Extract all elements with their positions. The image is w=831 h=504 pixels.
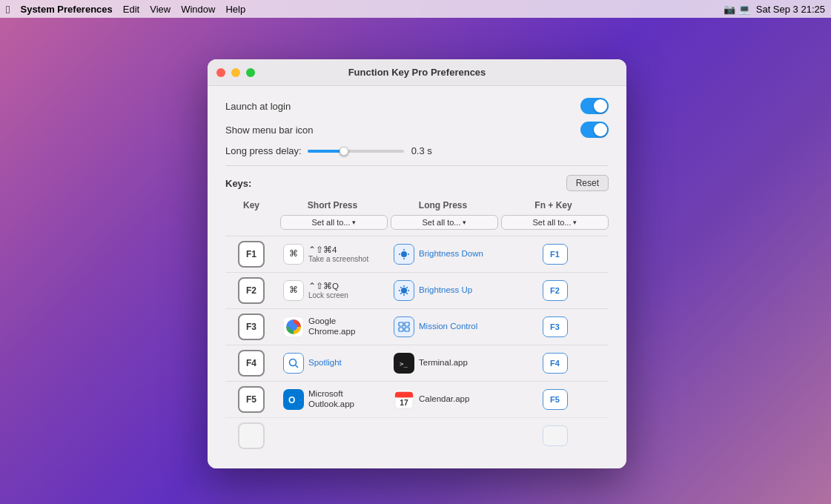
f4-short-action[interactable]: Spotlight (280, 353, 388, 374)
svg-text:O: O (288, 395, 295, 405)
maximize-button[interactable] (246, 68, 255, 77)
table-row: F1 ⌘ ⌃⇧⌘4 Take a screenshot Brightness (225, 236, 609, 272)
fn-f3-badge: F3 (543, 316, 568, 337)
chevron-down-icon: ▾ (573, 219, 577, 226)
set-all-fn-button[interactable]: Set all to... ▾ (501, 215, 609, 230)
svg-line-11 (406, 293, 407, 294)
key-f4-badge: F4 (238, 350, 265, 377)
fn-f1-badge: F1 (543, 244, 568, 265)
set-all-short-button[interactable]: Set all to... ▾ (280, 215, 388, 230)
f2-short-action[interactable]: ⌘ ⌃⇧⌘Q Lock screen (280, 280, 388, 301)
scroll-fade (208, 454, 626, 468)
menu-edit[interactable]: Edit (123, 4, 139, 15)
terminal-icon: >_ (394, 353, 414, 374)
svg-rect-14 (399, 322, 403, 326)
fn-f4-badge: F4 (543, 353, 568, 374)
keys-label: Keys: (225, 178, 251, 189)
set-all-long-label: Set all to... (423, 218, 461, 227)
keys-table: Key Short Press Long Press Fn + Key Set … (225, 200, 609, 454)
chevron-down-icon: ▾ (463, 219, 466, 226)
menu-view[interactable]: View (150, 4, 170, 15)
brightness-down-icon (394, 244, 414, 265)
svg-rect-25 (395, 395, 413, 397)
menubar-left:  System Preferences Edit View Window He… (6, 3, 245, 16)
key-f5-badge: F5 (238, 386, 265, 413)
svg-rect-15 (405, 322, 409, 326)
f4-long-action[interactable]: >_ Terminal.app (391, 353, 498, 374)
window-title: Function Key Pro Preferences (348, 67, 486, 78)
svg-point-18 (290, 359, 297, 366)
key-f2-badge: F2 (238, 277, 265, 304)
key-partial-badge (238, 422, 265, 449)
f2-short-label: ⌃⇧⌘Q (308, 282, 348, 292)
f3-long-label: Mission Control (419, 322, 477, 332)
f3-short-label: Google Chrome.app (308, 316, 385, 337)
f5-short-label: Microsoft Outlook.app (308, 389, 385, 410)
reset-button[interactable]: Reset (566, 175, 609, 191)
launch-at-login-label: Launch at login (225, 101, 291, 112)
table-row: F2 ⌘ ⌃⇧⌘Q Lock screen Brightness Up (225, 272, 609, 308)
menubar-right: 📷 💻 Sat Sep 3 21:25 (724, 4, 825, 15)
slider-thumb[interactable] (340, 147, 348, 156)
set-all-long-button[interactable]: Set all to... ▾ (391, 215, 498, 230)
long-press-delay-row: Long press delay: 0.3 s (225, 145, 609, 156)
menu-help[interactable]: Help (225, 4, 245, 15)
show-menu-bar-toggle[interactable] (580, 122, 609, 138)
svg-point-5 (401, 288, 407, 294)
f1-short-action[interactable]: ⌘ ⌃⇧⌘4 Take a screenshot (280, 244, 388, 265)
fn-partial-badge (543, 425, 568, 446)
fn-f5-badge: F5 (543, 389, 568, 410)
set-all-short-label: Set all to... (312, 218, 351, 227)
f5-short-action[interactable]: O Microsoft Outlook.app (280, 389, 388, 410)
f5-long-action[interactable]: 17 Calendar.app (391, 389, 498, 410)
launch-at-login-toggle[interactable] (580, 98, 609, 114)
show-menu-bar-label: Show menu bar icon (225, 125, 314, 136)
svg-rect-16 (399, 328, 403, 331)
app-name[interactable]: System Preferences (20, 4, 112, 15)
close-button[interactable] (216, 68, 225, 77)
table-row-partial (225, 417, 609, 454)
f4-long-label: Terminal.app (419, 358, 468, 368)
menubar-datetime: Sat Sep 3 21:25 (756, 4, 825, 15)
svg-line-12 (406, 287, 407, 288)
table-header: Key Short Press Long Press Fn + Key (225, 200, 609, 215)
apple-logo-icon[interactable]:  (6, 3, 10, 16)
col-header-long: Long Press (388, 200, 498, 210)
window-controls (216, 68, 255, 77)
calendar-icon: 17 (394, 389, 414, 410)
slider-fill (308, 150, 342, 153)
outlook-icon: O (283, 389, 304, 410)
f3-short-action[interactable]: Google Chrome.app (280, 316, 388, 337)
delay-slider[interactable] (308, 150, 404, 153)
col-header-key: Key (225, 200, 277, 210)
f4-short-label: Spotlight (308, 358, 342, 368)
set-all-row: Set all to... ▾ Set all to... ▾ Set all … (225, 215, 609, 230)
f2-long-action[interactable]: Brightness Up (391, 280, 498, 301)
minimize-button[interactable] (231, 68, 240, 77)
menubar:  System Preferences Edit View Window He… (0, 0, 831, 18)
f2-long-label: Brightness Up (419, 285, 472, 296)
svg-point-0 (401, 251, 407, 257)
window-content: Launch at login Show menu bar icon Long … (208, 86, 626, 454)
f1-long-label: Brightness Down (419, 249, 483, 259)
titlebar: Function Key Pro Preferences (208, 59, 626, 86)
f5-long-label: Calendar.app (419, 394, 469, 405)
table-row: F4 Spotlight >_ (225, 345, 609, 381)
keys-header: Keys: Reset (225, 175, 609, 191)
divider (225, 165, 609, 166)
svg-rect-17 (405, 328, 409, 331)
cmd-icon: ⌘ (283, 280, 304, 301)
brightness-up-icon (394, 280, 414, 301)
col-header-short: Short Press (277, 200, 388, 210)
preferences-window: Function Key Pro Preferences Launch at l… (208, 59, 626, 468)
menu-window[interactable]: Window (181, 4, 215, 15)
delay-value: 0.3 s (411, 145, 432, 156)
mission-control-icon (394, 316, 414, 337)
f3-long-action[interactable]: Mission Control (391, 316, 498, 337)
chrome-icon (283, 316, 304, 337)
spotlight-icon (283, 353, 304, 374)
set-all-fn-label: Set all to... (533, 218, 572, 227)
f1-long-action[interactable]: Brightness Down (391, 244, 498, 265)
f2-short-sub: Lock screen (308, 291, 348, 299)
svg-line-19 (296, 365, 299, 368)
